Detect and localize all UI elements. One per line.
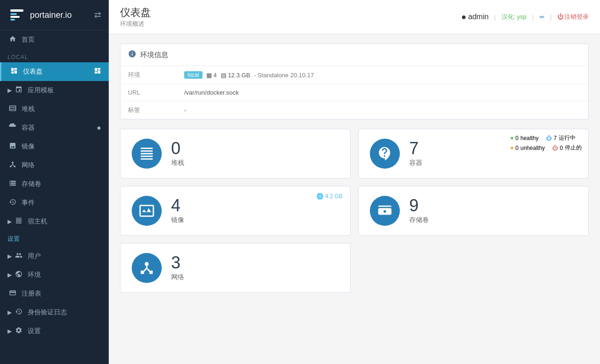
sidebar-item-label-home: 首页 <box>22 36 94 44</box>
stacks-count: 0 <box>171 140 184 157</box>
auth-logs-right-icon <box>94 308 101 317</box>
sidebar-item-environments[interactable]: ▶ 环境 <box>0 266 109 284</box>
users-icon <box>14 252 24 261</box>
images-size: 4.2 GB <box>325 193 343 200</box>
images-count: 4 <box>171 197 184 214</box>
env-row-url: URL /var/run/docker.sock <box>120 84 588 101</box>
sidebar-item-images[interactable]: 镜像 <box>0 137 109 156</box>
sidebar-item-label-hosts: 宿主机 <box>28 217 94 226</box>
healthy-label: healthy <box>520 135 539 141</box>
page-title-group: 仪表盘 环境概述 <box>120 6 151 28</box>
sidebar-item-label-stacks: 堆栈 <box>22 105 94 113</box>
volumes-body: 9 存储卷 <box>409 197 429 224</box>
username: admin <box>468 13 489 21</box>
env-extra: - Standalone 20.10.17 <box>254 72 314 79</box>
volumes-card[interactable]: 9 存储卷 <box>358 186 589 236</box>
sidebar-item-label-registries: 注册表 <box>22 290 94 298</box>
hosts-icon <box>14 217 24 226</box>
settings-section-label: 设置 <box>0 231 109 247</box>
unhealthy-badge-row: ♥ 0 unhealthy ⏻ 0 停止的 <box>510 144 582 152</box>
events-icon <box>8 198 18 208</box>
sidebar-item-label-events: 事件 <box>22 199 94 207</box>
sidebar-item-label-volumes: 存储卷 <box>22 180 94 188</box>
sidebar-item-users[interactable]: ▶ 用户 <box>0 247 109 266</box>
env-key-url: URL <box>120 84 177 101</box>
localize-link[interactable]: 汉化: ysp <box>502 13 526 21</box>
svg-rect-3 <box>10 16 20 18</box>
volumes-icon <box>8 179 18 189</box>
env-value-url: /var/run/docker.sock <box>177 84 588 101</box>
hosts-right-icon <box>94 217 101 226</box>
networks-right-icon <box>94 161 101 170</box>
users-right-icon <box>94 252 101 261</box>
mem-icon: ▤ 12.3 GB <box>221 72 250 79</box>
env-value-tags: - <box>177 101 588 119</box>
env-name-badge: local <box>184 71 202 79</box>
sidebar-item-label-templates: 应用模板 <box>28 86 95 95</box>
arrow-icon-environments: ▶ <box>8 272 12 278</box>
images-icon <box>8 142 18 151</box>
registries-icon <box>8 289 18 298</box>
containers-label: 容器 <box>409 159 422 167</box>
env-info-table: 环境 local ▦ 4 ▤ 12.3 GB - Standalone 20.1… <box>120 66 588 119</box>
networks-icon-circle <box>132 253 162 283</box>
logout-link[interactable]: ⏻注销登录 <box>557 13 589 21</box>
auth-logs-icon <box>14 308 24 317</box>
transfer-icon[interactable]: ⇄ <box>94 10 101 20</box>
sidebar-item-containers[interactable]: 容器 ● <box>0 119 109 137</box>
sidebar-item-stacks[interactable]: 堆栈 <box>0 100 109 119</box>
images-card[interactable]: 4 镜像 🌐 4.2 GB <box>120 186 351 236</box>
logo-text: portainer.io <box>30 10 72 20</box>
environments-icon <box>14 270 24 280</box>
stacks-card-icon <box>139 146 155 162</box>
separator-2: | <box>532 14 533 21</box>
stopped-icon: ⏻ <box>552 145 558 151</box>
env-row-tags: 标签 - <box>120 101 588 119</box>
page-title: 仪表盘 <box>120 6 151 20</box>
sidebar-item-auth-logs[interactable]: ▶ 身份验证日志 <box>0 303 109 322</box>
healthy-badge-row: ♥ 0 healthy ⏻ 7 运行中 <box>510 134 582 142</box>
topbar-right: ● admin | 汉化: ysp | ✏ | ⏻注销登录 <box>461 12 589 22</box>
env-info-header: 环境信息 <box>120 44 588 66</box>
settings-right-icon <box>94 327 101 336</box>
networks-card[interactable]: 3 网络 <box>120 243 351 293</box>
sidebar-item-dashboard[interactable]: 仪表盘 <box>0 62 109 81</box>
logo-area[interactable]: portainer.io ⇄ <box>0 0 109 30</box>
containers-body: 7 容器 <box>409 140 422 167</box>
volumes-count: 9 <box>409 197 429 214</box>
env-info-title: 环境信息 <box>140 51 168 59</box>
stacks-card[interactable]: 0 堆栈 <box>120 129 351 178</box>
running-label: 运行中 <box>559 134 576 142</box>
unhealthy-heart-icon: ♥ <box>510 145 513 151</box>
containers-count: 7 <box>409 140 422 157</box>
containers-card[interactable]: 7 容器 ♥ 0 healthy ⏻ 7 运行中 ♥ 0 un <box>358 129 589 178</box>
sidebar-item-hosts[interactable]: ▶ 宿主机 <box>0 212 109 231</box>
sidebar-item-home[interactable]: 首页 <box>0 30 109 49</box>
svg-rect-4 <box>10 19 15 21</box>
networks-count: 3 <box>171 254 184 271</box>
portainer-logo <box>8 6 26 24</box>
unhealthy-count: 0 <box>516 145 519 151</box>
sidebar-item-label-settings: 设置 <box>28 327 94 335</box>
cpu-icon: ▦ 4 <box>206 72 217 79</box>
sidebar-item-events[interactable]: 事件 <box>0 193 109 212</box>
env-key-tags: 标签 <box>120 101 177 119</box>
env-info-icon <box>128 50 136 60</box>
events-right-icon <box>94 198 101 208</box>
volumes-icon-circle <box>370 196 400 226</box>
sidebar-item-volumes[interactable]: 存储卷 <box>0 175 109 193</box>
sidebar-item-label-environments: 环境 <box>28 271 94 279</box>
templates-right-icon <box>95 86 101 95</box>
sidebar-item-settings[interactable]: ▶ 设置 <box>0 322 109 341</box>
images-icon-circle <box>132 196 162 226</box>
sidebar-item-registries[interactable]: 注册表 <box>0 284 109 303</box>
volumes-right-icon <box>94 179 101 189</box>
stats-grid: 0 堆栈 7 容器 ♥ 0 <box>120 129 589 293</box>
user-info: ● admin <box>461 12 488 22</box>
sidebar-item-networks[interactable]: 网络 <box>0 156 109 175</box>
sidebar-item-label-users: 用户 <box>28 252 94 260</box>
env-row-environment: 环境 local ▦ 4 ▤ 12.3 GB - Standalone 20.1… <box>120 66 588 84</box>
arrow-icon-auth: ▶ <box>8 309 12 316</box>
sidebar-item-app-templates[interactable]: ▶ 应用模板 <box>0 81 109 100</box>
my-account-link[interactable]: ✏ <box>540 14 545 21</box>
